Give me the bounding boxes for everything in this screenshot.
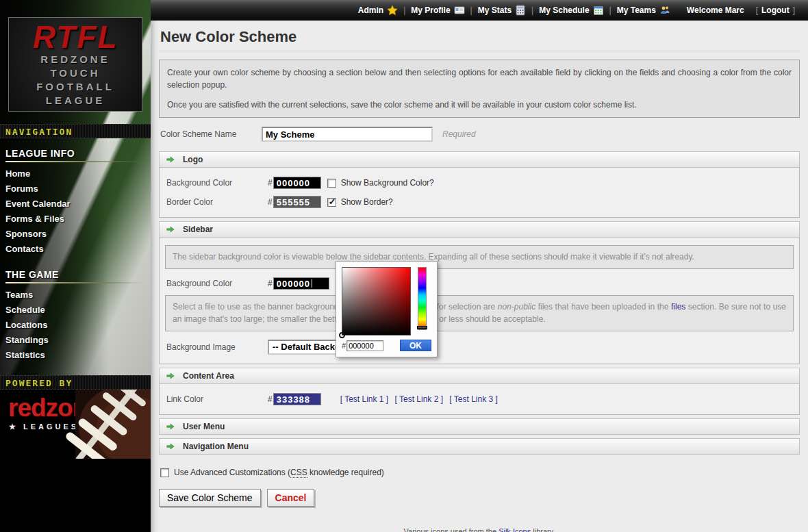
nav-section-league-info: LEAGUE INFO bbox=[5, 144, 151, 160]
test-links: [ Test Link 1 ] [ Test Link 2 ] [ Test L… bbox=[340, 394, 502, 404]
logo-border-color-swatch[interactable]: 555555 bbox=[273, 196, 321, 208]
menu-item-admin[interactable]: Admin bbox=[358, 5, 398, 16]
advanced-customizations-checkbox[interactable] bbox=[160, 468, 169, 477]
main-area: Admin | My Profile | My Stats | My Sched… bbox=[151, 0, 808, 532]
sidebar-item-statistics[interactable]: Statistics bbox=[5, 348, 151, 363]
group-icon bbox=[659, 5, 670, 16]
sidebar-bg-color-value: 000000 bbox=[277, 279, 310, 289]
section-header-logo[interactable]: Logo bbox=[159, 151, 800, 168]
hash-prefix: # bbox=[268, 394, 273, 404]
test-link-1[interactable]: [ Test Link 1 ] bbox=[340, 394, 388, 404]
hash-prefix: # bbox=[268, 279, 273, 288]
link-color-label: Link Color bbox=[165, 394, 268, 404]
logo-line: LEAGUE bbox=[9, 94, 142, 107]
sidebar-item-sponsors[interactable]: Sponsors bbox=[5, 227, 151, 242]
menu-separator: | bbox=[609, 5, 611, 15]
league-logo[interactable]: RTFL REDZONE TOUCH FOOTBALL LEAGUE bbox=[8, 17, 142, 112]
logout-button[interactable]: [ Logout ] bbox=[753, 5, 798, 15]
text-caret bbox=[312, 279, 312, 288]
show-bg-color-label: Show Background Color? bbox=[341, 178, 434, 188]
navigation-header: NAVIGATION bbox=[0, 124, 151, 138]
color-picker-popup: # OK bbox=[336, 261, 438, 357]
menu-separator: | bbox=[403, 5, 405, 15]
background-image-row: Background Image -- Default Background -… bbox=[165, 336, 794, 358]
saturation-value-gradient[interactable] bbox=[342, 267, 411, 335]
sidebar-item-forums[interactable]: Forums bbox=[5, 181, 151, 197]
advanced-customizations-row: Use Advanced Customizations (CSS knowled… bbox=[159, 468, 800, 477]
menu-separator: | bbox=[531, 5, 533, 15]
sidebar-item-schedule[interactable]: Schedule bbox=[5, 303, 151, 318]
cancel-button[interactable]: Cancel bbox=[267, 489, 315, 507]
files-link[interactable]: files bbox=[671, 302, 685, 312]
logout-bracket: [ bbox=[756, 5, 758, 15]
sidebar-bg-color-swatch[interactable]: 000000 bbox=[273, 277, 329, 290]
calculator-icon bbox=[515, 5, 526, 16]
section-title-content-area: Content Area bbox=[183, 371, 234, 381]
menu-item-my-stats-label: My Stats bbox=[478, 5, 512, 15]
css-abbr: CSS bbox=[290, 468, 307, 478]
menu-item-my-profile[interactable]: My Profile bbox=[411, 5, 464, 16]
league-sidebar: RTFL REDZONE TOUCH FOOTBALL LEAGUE NAVIG… bbox=[0, 0, 151, 532]
section-header-sidebar[interactable]: Sidebar bbox=[159, 221, 800, 238]
link-color-swatch[interactable]: 333388 bbox=[273, 393, 321, 405]
show-bg-color-checkbox[interactable] bbox=[327, 179, 336, 188]
color-selection-marker[interactable] bbox=[339, 332, 345, 338]
menu-item-my-stats[interactable]: My Stats bbox=[478, 5, 526, 16]
sidebar-item-forms-files[interactable]: Forms & Files bbox=[5, 212, 151, 227]
page-title: New Color Scheme bbox=[159, 26, 800, 51]
menu-item-my-teams[interactable]: My Teams bbox=[617, 5, 670, 16]
user-menu-bar: Admin | My Profile | My Stats | My Sched… bbox=[151, 0, 808, 21]
sidebar-item-locations[interactable]: Locations bbox=[5, 318, 151, 333]
silk-icons-link[interactable]: Silk Icons bbox=[498, 527, 531, 532]
hex-color-input[interactable] bbox=[346, 340, 383, 351]
welcome-text: Welcome Marc bbox=[687, 5, 744, 15]
redzone-leagues-logo[interactable]: redzone ★ LEAGUES ★ bbox=[0, 390, 151, 459]
advanced-label-prefix: Use Advanced Customizations ( bbox=[174, 468, 290, 477]
hash-prefix: # bbox=[342, 342, 346, 350]
section-header-navigation-menu[interactable]: Navigation Menu bbox=[159, 438, 800, 455]
show-border-checkbox[interactable] bbox=[327, 198, 336, 207]
powered-by-header: POWERED BY bbox=[0, 375, 151, 390]
star-icon bbox=[387, 5, 398, 16]
menu-item-my-schedule[interactable]: My Schedule bbox=[539, 5, 603, 16]
nav-section-the-game: THE GAME bbox=[5, 265, 151, 281]
green-arrow-icon bbox=[166, 371, 175, 381]
section-header-content-area[interactable]: Content Area bbox=[159, 368, 800, 384]
advanced-label-suffix: knowledge required) bbox=[307, 468, 384, 477]
hue-slider[interactable] bbox=[418, 267, 427, 330]
logo-line: FOOTBALL bbox=[9, 80, 142, 94]
test-link-2[interactable]: [ Test Link 2 ] bbox=[395, 394, 443, 404]
save-color-scheme-button[interactable]: Save Color Scheme bbox=[159, 489, 261, 507]
sidebar-nav: LEAGUE INFO Home Forums Event Calendar F… bbox=[0, 138, 151, 363]
green-arrow-icon bbox=[166, 225, 175, 234]
section-title-user-menu: User Menu bbox=[183, 422, 225, 431]
sidebar-item-home[interactable]: Home bbox=[5, 166, 151, 181]
sidebar-bg-note: The sidebar background color is viewable… bbox=[165, 245, 794, 269]
color-picker-bottom: # OK bbox=[342, 340, 431, 351]
sidebar-item-event-calendar[interactable]: Event Calendar bbox=[5, 197, 151, 212]
content-area: New Color Scheme Create your own color s… bbox=[151, 21, 808, 532]
color-scheme-name-input[interactable] bbox=[262, 127, 433, 142]
nav-underline bbox=[5, 161, 144, 162]
sidebar-background bbox=[0, 459, 151, 532]
logo-line: REDZONE bbox=[9, 53, 142, 66]
test-link-3[interactable]: [ Test Link 3 ] bbox=[449, 394, 497, 404]
logo-bg-color-swatch[interactable]: 000000 bbox=[273, 177, 321, 189]
sidebar-bg-color-row: Background Color # 000000 bbox=[165, 274, 794, 293]
section-header-user-menu[interactable]: User Menu bbox=[159, 418, 800, 435]
advanced-label: Use Advanced Customizations (CSS knowled… bbox=[174, 468, 384, 477]
hue-slider-handle[interactable] bbox=[417, 326, 427, 329]
ok-button[interactable]: OK bbox=[400, 340, 431, 351]
section-title-logo: Logo bbox=[183, 155, 203, 164]
sidebar-item-teams[interactable]: Teams bbox=[5, 288, 151, 303]
section-title-navigation-menu: Navigation Menu bbox=[183, 442, 249, 451]
footer-text: library. bbox=[531, 527, 555, 532]
logo-line: TOUCH bbox=[9, 66, 142, 80]
logo-border-color-label: Border Color bbox=[165, 197, 268, 207]
footer-text: Various icons used from the bbox=[404, 527, 499, 532]
sidebar-item-contacts[interactable]: Contacts bbox=[5, 242, 151, 257]
color-scheme-name-label: Color Scheme Name bbox=[159, 129, 262, 139]
sidebar-item-standings[interactable]: Standings bbox=[5, 333, 151, 348]
link-color-row: Link Color # 333388 [ Test Link 1 ] [ Te… bbox=[165, 390, 794, 409]
menu-separator: | bbox=[470, 5, 472, 15]
